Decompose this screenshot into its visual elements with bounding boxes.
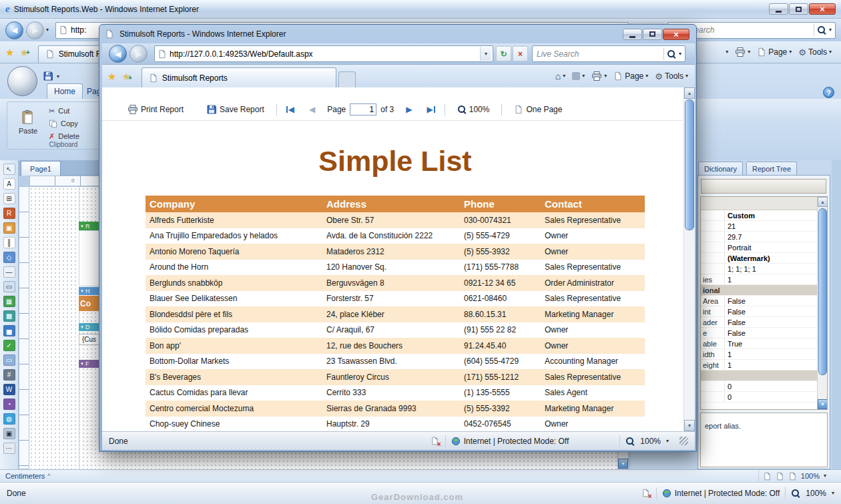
page-menu-button[interactable]: Page ▾: [613, 71, 648, 81]
back-button[interactable]: ◀: [109, 45, 127, 63]
ribbon-tab-home[interactable]: Home: [47, 83, 83, 99]
maximize-button[interactable]: [789, 3, 808, 15]
zoom-dropdown-icon[interactable]: ▾: [666, 439, 669, 444]
forward-button[interactable]: ▶: [129, 45, 148, 63]
minimize-button[interactable]: [623, 29, 642, 40]
scrollbar-thumb[interactable]: [685, 99, 694, 230]
search-icon[interactable]: [667, 49, 676, 59]
forward-button[interactable]: ▶: [26, 21, 44, 39]
scrollbar-thumb[interactable]: [818, 208, 827, 375]
page-error-icon[interactable]: ×: [641, 489, 651, 498]
first-page-button[interactable]: ◀: [286, 105, 294, 114]
image-tool-icon[interactable]: ▣: [3, 222, 15, 234]
print-menu-button[interactable]: ▾: [735, 47, 750, 57]
tab-dictionary[interactable]: Dictionary: [698, 162, 743, 175]
next-page-button[interactable]: ▶: [406, 105, 412, 114]
scroll-down-button[interactable]: ▼: [818, 399, 828, 409]
scroll-up-button[interactable]: ▲: [818, 197, 828, 207]
history-dropdown-icon[interactable]: ▾: [46, 27, 49, 33]
view-mode-icon[interactable]: [776, 472, 784, 481]
header-cell[interactable]: Co: [79, 296, 100, 311]
home-button[interactable]: ⌂ ▾: [555, 71, 565, 81]
property-row[interactable]: Custom: [701, 210, 818, 221]
back-button[interactable]: ◀: [5, 21, 23, 39]
print-menu-button[interactable]: ▾: [591, 71, 607, 81]
tab-report-tree[interactable]: Report Tree: [746, 162, 797, 175]
property-row[interactable]: 21: [701, 221, 818, 232]
address-dropdown-icon[interactable]: ▾: [480, 47, 491, 61]
viewer-vertical-scrollbar[interactable]: ▲ ▼: [683, 87, 695, 431]
zoom-dropdown-icon[interactable]: ▾: [824, 473, 826, 479]
property-grid-scrollbar[interactable]: ▲ ▼: [817, 197, 827, 409]
new-tab-stub[interactable]: [338, 71, 356, 87]
shape-tool-icon[interactable]: ◇: [3, 252, 15, 263]
data-band[interactable]: ▼D: [79, 323, 100, 331]
minimize-button[interactable]: [769, 3, 788, 15]
favorites-star-icon[interactable]: ★: [5, 47, 14, 57]
page-menu-button[interactable]: Page ▾: [757, 47, 792, 57]
designer-zoom-level[interactable]: 100%: [801, 472, 820, 480]
report-title-band[interactable]: ▼R: [79, 222, 100, 230]
data-expression-cell[interactable]: {Cus: [79, 334, 100, 345]
scroll-down-button[interactable]: ▼: [618, 459, 628, 469]
zoom-button[interactable]: 100%: [455, 103, 493, 115]
browser-zoom-level[interactable]: 100%: [806, 489, 826, 498]
map-tool-icon[interactable]: ◍: [3, 413, 15, 425]
favorites-star-icon[interactable]: ★: [107, 71, 116, 81]
help-button[interactable]: ?: [823, 87, 834, 98]
page-number-input[interactable]: [350, 103, 376, 115]
popup-search-input[interactable]: [533, 49, 663, 59]
property-row[interactable]: 0: [701, 381, 818, 392]
property-row[interactable]: int False: [701, 306, 818, 317]
property-row[interactable]: able True: [701, 338, 818, 349]
previous-page-button[interactable]: ◀: [309, 105, 315, 114]
last-page-button[interactable]: ▶: [427, 105, 435, 114]
report-title-band-body[interactable]: [79, 230, 100, 286]
view-mode-icon[interactable]: [763, 472, 772, 481]
barcode-tool-icon[interactable]: ║: [3, 237, 15, 248]
pointer-tool-icon[interactable]: ↖: [3, 164, 15, 175]
feeds-button[interactable]: ▾: [572, 72, 585, 80]
main-window-titlebar[interactable]: e Stimulsoft Reports.Web - Windows Inter…: [0, 0, 841, 19]
property-row[interactable]: e False: [701, 328, 818, 338]
property-row[interactable]: [701, 370, 818, 381]
zoom-dropdown-icon[interactable]: ▾: [832, 491, 834, 496]
close-button[interactable]: ×: [663, 29, 689, 40]
footer-band[interactable]: ▼F: [79, 360, 100, 368]
subreport-tool-icon[interactable]: ▭: [3, 354, 15, 366]
text-component-tool-icon[interactable]: A: [3, 178, 15, 190]
maximize-button[interactable]: [643, 29, 662, 40]
gauge-tool-icon[interactable]: ◔: [3, 399, 15, 410]
scroll-down-button[interactable]: ▼: [684, 420, 695, 431]
search-dropdown-icon[interactable]: ▾: [679, 51, 681, 57]
clone-tool-icon[interactable]: ▣: [3, 428, 15, 439]
page-break-tool-icon[interactable]: ⋯: [3, 443, 15, 454]
copy-button[interactable]: Copy: [49, 117, 78, 130]
checkbox-tool-icon[interactable]: ✓: [3, 340, 15, 351]
scroll-up-button[interactable]: ▲: [684, 87, 695, 99]
resize-grip[interactable]: [679, 437, 688, 445]
property-row[interactable]: 29.7: [701, 232, 818, 242]
property-row[interactable]: eight 1: [701, 360, 818, 370]
quick-access-dropdown-icon[interactable]: ▾: [57, 74, 59, 79]
security-zone[interactable]: Internet | Protected Mode: Off: [662, 489, 780, 498]
horizontal-line-tool-icon[interactable]: —: [3, 266, 15, 278]
view-mode-icon[interactable]: [788, 472, 797, 481]
search-icon[interactable]: [817, 25, 826, 35]
rich-text-tool-icon[interactable]: R: [3, 208, 15, 219]
cut-button[interactable]: ✂ Cut: [49, 105, 69, 117]
property-row[interactable]: ies 1: [701, 274, 818, 285]
save-report-button[interactable]: Save Report: [204, 103, 267, 116]
application-orb-button[interactable]: [7, 66, 37, 96]
property-row[interactable]: 0: [701, 392, 818, 403]
one-page-button[interactable]: One Page: [511, 103, 565, 115]
refresh-button[interactable]: ↻: [496, 46, 511, 61]
property-row[interactable]: (Watermark): [701, 253, 818, 264]
browser-zoom-level[interactable]: 100%: [640, 437, 661, 446]
popup-address-input[interactable]: [167, 49, 480, 59]
zipcode-tool-icon[interactable]: #: [3, 369, 15, 381]
print-report-button[interactable]: Print Report: [125, 103, 186, 116]
paste-button[interactable]: Paste: [13, 104, 43, 140]
page1-tab[interactable]: Page1: [21, 161, 61, 176]
table-tool-icon[interactable]: ▦: [3, 296, 15, 307]
